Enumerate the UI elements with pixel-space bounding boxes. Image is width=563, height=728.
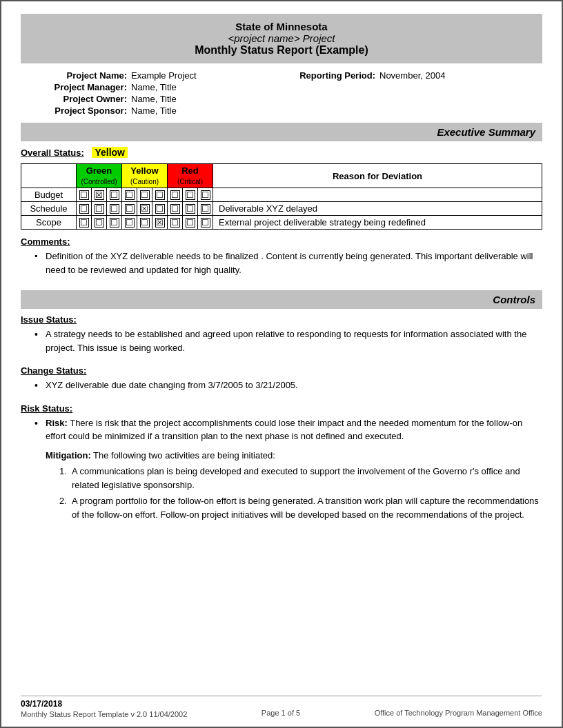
overall-status-label: Overall Status: — [21, 148, 84, 158]
footer-center: Page 1 of 5 — [261, 699, 300, 718]
th-yellow: Yellow (Caution) — [122, 164, 168, 188]
cb-red-2-0 — [168, 216, 183, 230]
mitigation-block: Mitigation: The following two activities… — [21, 449, 542, 522]
reporting-period-value: November, 2004 — [379, 70, 545, 81]
cb-green-0-0 — [77, 188, 92, 202]
status-table: Green (Controlled) Yellow (Caution) Red … — [21, 163, 542, 230]
cb-green-2-2 — [107, 216, 122, 230]
overall-status-value: Yellow — [92, 147, 128, 158]
status-row-label-1: Schedule — [21, 202, 77, 216]
cb-green-2-1 — [92, 216, 107, 230]
change-status-section: Change Status: XYZ deliverable due date … — [21, 365, 542, 398]
project-owner-label: Project Owner: — [21, 94, 131, 104]
cb-red-0-2 — [198, 188, 213, 202]
mitigation-intro: The following two activities are being i… — [93, 450, 275, 461]
th-green: Green (Controlled) — [77, 164, 122, 188]
th-red: Red (Critical) — [168, 164, 213, 188]
cb-green-0-1 — [92, 188, 107, 202]
comments-label: Comments: — [21, 236, 542, 247]
cb-yellow-2-0 — [122, 216, 137, 230]
controls-header: Controls — [21, 290, 542, 309]
change-status-label: Change Status: — [21, 365, 542, 376]
status-row-label-0: Budget — [21, 188, 77, 202]
cb-red-1-2 — [198, 202, 213, 216]
reason-cell-2: External project deliverable strategy be… — [213, 216, 542, 230]
cb-green-1-2 — [107, 202, 122, 216]
project-name-value: Example Project — [131, 70, 269, 81]
risk-text: There is risk that the project accomplis… — [46, 418, 522, 442]
cb-red-0-0 — [168, 188, 183, 202]
risk-status-section: Risk Status: Risk: There is risk that th… — [21, 403, 542, 527]
cb-red-0-1 — [183, 188, 198, 202]
risk-label: Risk: — [46, 418, 68, 428]
cb-green-1-0 — [77, 202, 92, 216]
header-title2: <project name> Project — [26, 32, 537, 44]
issue-status-label: Issue Status: — [21, 314, 542, 325]
page: State of Minnesota <project name> Projec… — [0, 0, 563, 728]
header-box: State of Minnesota <project name> Projec… — [21, 14, 542, 63]
comment-item: Definition of the XYZ deliverable needs … — [34, 250, 542, 276]
project-info: Project Name: Example Project Reporting … — [21, 70, 542, 116]
footer-left: 03/17/2018 Monthly Status Report Templat… — [21, 699, 187, 718]
reason-cell-0 — [213, 188, 542, 202]
project-owner-value: Name, Title — [131, 94, 269, 104]
cb-yellow-1-2 — [152, 202, 168, 216]
risk-item: Risk: There is risk that the project acc… — [34, 416, 542, 443]
issue-item: A strategy needs to be established and a… — [34, 327, 542, 354]
mitigation-item-2: 2. A program portfolio for the follow-on… — [59, 494, 542, 521]
footer-office: Office of Technology Program Management … — [375, 709, 542, 717]
overall-status-row: Overall Status: Yellow — [21, 147, 542, 158]
cb-yellow-1-1 — [137, 202, 152, 216]
project-manager-value: Name, Title — [131, 82, 269, 92]
project-manager-label: Project Manager: — [21, 82, 131, 92]
th-reason: Reason for Deviation — [213, 164, 542, 188]
mitigation-item-1: 1. A communications plan is being develo… — [59, 465, 542, 492]
cb-green-2-0 — [77, 216, 92, 230]
footer-template-info: Monthly Status Report Template v 2.0 11/… — [21, 710, 187, 718]
header-title1: State of Minnesota — [26, 21, 537, 32]
header-title3: Monthly Status Report (Example) — [26, 44, 537, 57]
cb-yellow-2-1 — [137, 216, 152, 230]
cb-red-2-1 — [183, 216, 198, 230]
risk-list: Risk: There is risk that the project acc… — [21, 416, 542, 443]
project-sponsor-label: Project Sponsor: — [21, 105, 131, 116]
cb-yellow-0-2 — [152, 188, 168, 202]
footer-date: 03/17/2018 — [21, 699, 187, 709]
project-name-label: Project Name: — [21, 70, 131, 81]
mitigation-label: Mitigation: — [46, 450, 91, 461]
cb-red-1-0 — [168, 202, 183, 216]
status-row-label-2: Scope — [21, 216, 77, 230]
risk-status-label: Risk Status: — [21, 403, 542, 414]
mitigation-list: 1. A communications plan is being develo… — [46, 465, 542, 521]
cb-green-0-2 — [107, 188, 122, 202]
comments-section: Comments: Definition of the XYZ delivera… — [21, 236, 542, 282]
cb-yellow-0-0 — [122, 188, 137, 202]
issue-status-section: Issue Status: A strategy needs to be est… — [21, 314, 542, 360]
footer-page: Page 1 of 5 — [261, 709, 300, 717]
executive-summary-header: Executive Summary — [21, 123, 542, 141]
cb-yellow-0-1 — [137, 188, 152, 202]
comments-list: Definition of the XYZ deliverable needs … — [21, 250, 542, 276]
cb-yellow-1-0 — [122, 202, 137, 216]
project-sponsor-value: Name, Title — [131, 105, 269, 116]
change-item: XYZ deliverable due date changing from 3… — [34, 378, 542, 392]
footer-right: Office of Technology Program Management … — [375, 699, 542, 718]
th-empty — [21, 164, 77, 188]
cb-red-1-1 — [183, 202, 198, 216]
issue-list: A strategy needs to be established and a… — [21, 327, 542, 354]
cb-red-2-2 — [198, 216, 213, 230]
reason-cell-1: Deliverable XYZ delayed — [213, 202, 542, 216]
reporting-period-label: Reporting Period: — [269, 70, 379, 81]
cb-yellow-2-2 — [152, 216, 168, 230]
cb-green-1-1 — [92, 202, 107, 216]
change-list: XYZ deliverable due date changing from 3… — [21, 378, 542, 392]
footer: 03/17/2018 Monthly Status Report Templat… — [21, 696, 542, 718]
